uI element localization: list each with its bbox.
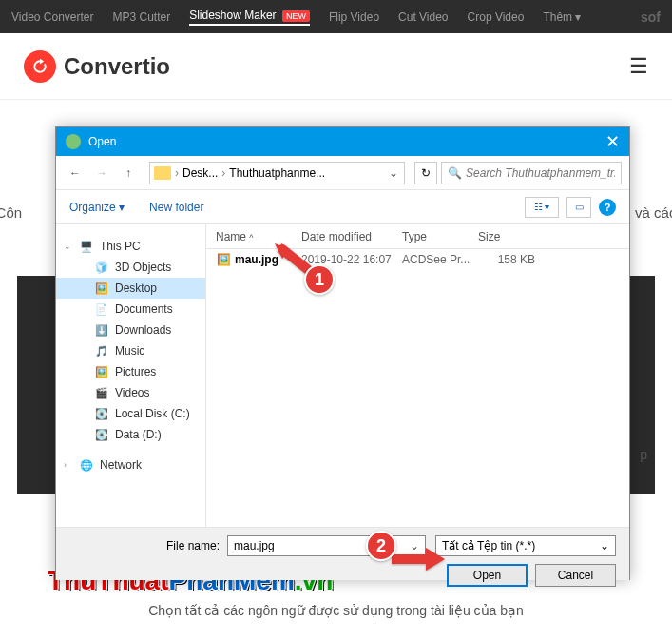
sidebar-item-pictures[interactable]: 🖼️Pictures xyxy=(56,361,205,382)
chevron-down-icon[interactable]: ⌄ xyxy=(64,242,71,251)
page-subtext-2: Chọn tất cả các ngôn ngữ được sử dụng tr… xyxy=(148,603,524,618)
file-type-filter[interactable]: Tất cả Tệp tin (*.*) ⌄ xyxy=(435,535,616,556)
nav-cut-video[interactable]: Cut Video xyxy=(398,10,448,24)
callout-arrow-2 xyxy=(392,544,445,578)
close-icon[interactable]: ✕ xyxy=(605,131,620,152)
dialog-app-icon xyxy=(66,134,81,149)
3d-icon: 🧊 xyxy=(94,261,109,273)
new-folder-button[interactable]: New folder xyxy=(149,201,203,214)
search-input[interactable] xyxy=(466,166,615,180)
refresh-button[interactable]: ↻ xyxy=(414,162,437,184)
sidebar-item-this-pc[interactable]: ⌄🖥️This PC xyxy=(56,236,205,257)
logo-bar: Convertio ☰ xyxy=(0,33,672,100)
help-icon[interactable]: ? xyxy=(599,199,616,216)
sidebar-item-documents[interactable]: 📄Documents xyxy=(56,299,205,320)
disk-icon: 💽 xyxy=(94,429,109,440)
search-icon: 🔍 xyxy=(448,166,462,180)
sidebar-item-music[interactable]: 🎵Music xyxy=(56,340,205,361)
downloads-icon: ⬇️ xyxy=(94,324,109,336)
videos-icon: 🎬 xyxy=(94,387,109,398)
pc-icon: 🖥️ xyxy=(79,241,94,252)
filter-dropdown-icon[interactable]: ⌄ xyxy=(600,539,609,552)
sidebar-item-downloads[interactable]: ⬇️Downloads xyxy=(56,320,205,340)
documents-icon: 📄 xyxy=(94,303,109,315)
dialog-titlebar: Open ✕ xyxy=(56,127,629,156)
sidebar-item-data-d[interactable]: 💽Data (D:) xyxy=(56,424,205,445)
network-icon: 🌐 xyxy=(79,459,94,471)
breadcrumb-dropdown-icon[interactable]: ⌄ xyxy=(387,166,400,180)
svg-marker-1 xyxy=(426,548,445,571)
file-icon: 🖼️ xyxy=(216,252,231,267)
organize-button[interactable]: Organize ▾ xyxy=(69,201,125,214)
open-button[interactable]: Open xyxy=(447,564,528,587)
dialog-body: 📦Dropbox ⌄🖥️This PC 🧊3D Objects 🖼️Deskto… xyxy=(56,224,629,527)
pictures-icon: 🖼️ xyxy=(94,366,109,378)
file-list: Name ^ Date modified Type Size 🖼️ mau.jp… xyxy=(206,224,629,527)
sidebar-item-local-disk-c[interactable]: 💽Local Disk (C:) xyxy=(56,403,205,424)
top-navigation: Video Converter MP3 Cutter Slideshow Mak… xyxy=(0,0,672,33)
nav-slideshow-maker[interactable]: Slideshow Maker NEW xyxy=(189,9,310,26)
sidebar-item-3d-objects[interactable]: 🧊3D Objects xyxy=(56,257,205,278)
disk-icon: 💽 xyxy=(94,408,109,419)
new-badge: NEW xyxy=(282,10,310,22)
col-size[interactable]: Size xyxy=(478,230,545,243)
convertio-logo-icon xyxy=(24,50,56,83)
file-size: 158 KB xyxy=(478,253,545,266)
crumb-desktop[interactable]: Desk... xyxy=(179,166,221,180)
logo-text: Convertio xyxy=(64,53,170,80)
brand-partial: sof xyxy=(641,10,661,25)
col-type[interactable]: Type xyxy=(402,230,478,243)
nav-flip-video[interactable]: Flip Video xyxy=(329,10,379,24)
sidebar-item-network[interactable]: ›🌐Network xyxy=(56,455,205,475)
sidebar-item-desktop[interactable]: 🖼️Desktop xyxy=(56,278,205,299)
cancel-button[interactable]: Cancel xyxy=(535,564,616,587)
filename-label: File name: xyxy=(69,539,227,552)
hamburger-menu-icon[interactable]: ☰ xyxy=(629,54,648,79)
file-row[interactable]: 🖼️ mau.jpg 2019-10-22 16:07 ACDSee Pr...… xyxy=(206,249,629,270)
dialog-title: Open xyxy=(88,135,116,148)
callout-1: 1 xyxy=(304,264,335,295)
desktop-icon: 🖼️ xyxy=(94,282,109,294)
nav-mp3-cutter[interactable]: MP3 Cutter xyxy=(113,10,171,24)
nav-back-button[interactable]: ← xyxy=(64,162,86,184)
file-list-header: Name ^ Date modified Type Size xyxy=(206,224,629,249)
breadcrumb-bar[interactable]: › Desk... › Thuthuatphanme... ⌄ xyxy=(149,162,405,184)
nav-up-button[interactable]: ↑ xyxy=(117,162,140,184)
dialog-footer: File name: mau.jpg ⌄ Tất cả Tệp tin (*.*… xyxy=(56,527,629,580)
sidebar-tree: 📦Dropbox ⌄🖥️This PC 🧊3D Objects 🖼️Deskto… xyxy=(56,224,206,527)
sidebar-item-videos[interactable]: 🎬Videos xyxy=(56,382,205,403)
folder-icon xyxy=(154,166,171,180)
file-type: ACDSee Pr... xyxy=(402,253,478,266)
music-icon: 🎵 xyxy=(94,345,109,357)
dialog-toolbar: Organize ▾ New folder ☷ ▾ ▭ ? xyxy=(56,190,629,224)
crumb-folder[interactable]: Thuthuatphanme... xyxy=(225,166,329,180)
nav-video-converter[interactable]: Video Converter xyxy=(11,10,94,24)
file-open-dialog: Open ✕ ← → ↑ › Desk... › Thuthuatphanme.… xyxy=(55,126,630,580)
nav-crop-video[interactable]: Crop Video xyxy=(468,10,525,24)
view-mode-button[interactable]: ☷ ▾ xyxy=(525,197,559,218)
search-box[interactable]: 🔍 xyxy=(441,162,622,184)
nav-more[interactable]: Thêm ▾ xyxy=(543,10,581,24)
preview-pane-button[interactable]: ▭ xyxy=(566,197,591,218)
nav-forward-button: → xyxy=(90,162,113,184)
dialog-nav-bar: ← → ↑ › Desk... › Thuthuatphanme... ⌄ ↻ … xyxy=(56,156,629,190)
chevron-right-icon[interactable]: › xyxy=(64,460,67,470)
callout-2: 2 xyxy=(366,531,396,561)
